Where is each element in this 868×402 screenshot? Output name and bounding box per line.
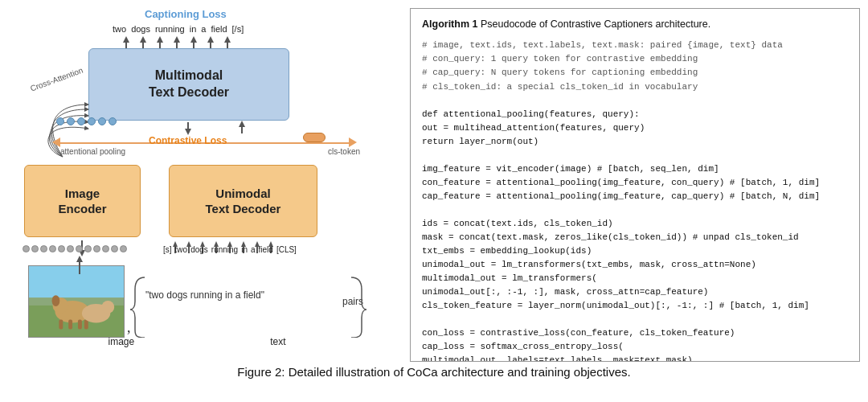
- grid-circle-8: [84, 245, 92, 252]
- up-arrow-img-to-circles: [76, 256, 83, 274]
- grid-circle-12: [120, 245, 127, 252]
- unimodal-decoder-label: UnimodalText Decoder: [206, 186, 281, 217]
- code-line-3: return layer_norm(out): [422, 135, 848, 149]
- pool-circle-4: [88, 117, 96, 125]
- token-two: two: [113, 24, 126, 34]
- code-line-15: cls_token_feature = layer_norm(unimodal_…: [422, 299, 848, 313]
- code-line-19: multimodal_out, labels=text.labels, mask…: [422, 354, 848, 362]
- grid-circle-7: [76, 245, 83, 252]
- token-a-b: a: [251, 245, 256, 254]
- algo-comment-1: # image, text.ids, text.labels, text.mas…: [422, 39, 848, 52]
- token-in-b: in: [241, 245, 248, 254]
- algorithm-code-blocks: def attentional_pooling(features, query)…: [422, 94, 848, 362]
- grid-circle-1: [23, 245, 30, 252]
- code-line-14: unimodal_out[:, :-1, :], mask, cross_att…: [422, 285, 848, 299]
- token-dogs-b: dogs: [190, 245, 208, 254]
- code-blank-3: [422, 203, 848, 217]
- vert-line-mm: [187, 122, 189, 129]
- svg-rect-8: [78, 320, 82, 330]
- grid-circle-4: [49, 245, 56, 252]
- figure-caption: Figure 2: Detailed illustration of CoCa …: [8, 365, 860, 379]
- grid-circle-3: [40, 245, 47, 252]
- cls-circle: [303, 133, 326, 142]
- up-tri-uni: [239, 121, 245, 127]
- grid-circle-11: [111, 245, 118, 252]
- algorithm-title: Algorithm 1 Pseudocode of Contrastive Ca…: [422, 17, 848, 32]
- pooling-circles: [56, 117, 117, 125]
- pool-circle-3: [77, 117, 85, 125]
- arrow-uni-up: [239, 121, 245, 133]
- image-encoder-box: ImageEncoder: [24, 165, 141, 237]
- code-line-2: out = multihead_attention(features, quer…: [422, 121, 848, 135]
- up-arrow-2: [140, 36, 146, 43]
- image-label: image: [108, 336, 134, 347]
- algo-comment-3: # cap_query: N query tokens for captioni…: [422, 66, 848, 80]
- algorithm-title-text: Pseudocode of Contrastive Captioners arc…: [481, 18, 710, 30]
- svg-point-11: [101, 301, 114, 314]
- pool-circle-5: [98, 117, 106, 125]
- code-blank-2: [422, 149, 848, 162]
- quote-text: "two dogs running in a field": [145, 289, 264, 301]
- attentional-pooling-label: attentional pooling: [60, 147, 125, 156]
- algo-comment-4: # cls_token_id: a special cls_token_id i…: [422, 80, 848, 94]
- code-line-18: cap_loss = softmax_cross_entropy_loss(: [422, 340, 848, 354]
- text-quote: "two dogs running in a field": [133, 289, 277, 301]
- unimodal-decoder-box: UnimodalText Decoder: [169, 165, 317, 237]
- token-dogs: dogs: [131, 24, 150, 34]
- code-line-7: cap_feature = attentional_pooling(img_fe…: [422, 190, 848, 203]
- code-line-5: img_feature = vit_encoder(image) # [batc…: [422, 162, 848, 176]
- up-tri-img: [76, 256, 83, 262]
- multimodal-decoder-label: MultimodalText Decoder: [149, 68, 229, 101]
- svg-rect-7: [68, 320, 72, 330]
- token-field-b: field: [259, 245, 273, 254]
- dog-image: [28, 265, 125, 338]
- code-line-10: mask = concat(text.mask, zeros_like(cls_…: [422, 231, 848, 244]
- vert-line-img: [79, 262, 80, 274]
- contrastive-arrow-right: [349, 137, 357, 147]
- code-blank-1: [422, 94, 848, 108]
- arrow-mm-down: [185, 122, 191, 135]
- pool-circle-2: [67, 117, 75, 125]
- code-blank-4: [422, 313, 848, 326]
- svg-point-5: [52, 295, 60, 306]
- code-line-11: txt_embs = embedding_lookup(ids): [422, 244, 848, 258]
- grid-circle-5: [58, 245, 65, 252]
- grid-circle-10: [102, 245, 109, 252]
- code-line-6: con_feature = attentional_pooling(img_fe…: [422, 176, 848, 190]
- svg-rect-9: [84, 320, 88, 330]
- token-s: [s]: [163, 245, 172, 254]
- code-line-17: con_loss = contrastive_loss(con_feature,…: [422, 326, 848, 340]
- captioning-loss-label: Captioning Loss: [145, 8, 227, 20]
- pool-circle-1: [56, 117, 64, 125]
- token-cls: [CLS]: [276, 245, 297, 254]
- down-tri-mm: [185, 129, 191, 135]
- code-line-12: unimodal_out = lm_transformers(txt_embs,…: [422, 258, 848, 272]
- main-container: Captioning Loss two dogs running in a fi…: [8, 8, 860, 362]
- code-line-1: def attentional_pooling(features, query)…: [422, 108, 848, 121]
- tokens-below-row: [s] two dogs running in a field [CLS]: [163, 245, 297, 254]
- curly-brace-svg: [129, 273, 153, 338]
- circles-grid: [23, 245, 127, 252]
- grid-circle-6: [67, 245, 74, 252]
- up-arrow-3: [157, 36, 163, 43]
- algorithm-section: Algorithm 1 Pseudocode of Contrastive Ca…: [410, 8, 860, 362]
- algo-comment-2: # con_query: 1 query token for contrasti…: [422, 52, 848, 66]
- algorithm-comments: # image, text.ids, text.labels, text.mas…: [422, 39, 848, 93]
- algorithm-number: Algorithm 1: [422, 18, 477, 30]
- token-field: field: [211, 24, 227, 34]
- token-running-b: running: [211, 245, 238, 254]
- up-arrow-5: [190, 36, 197, 43]
- up-arrow-7: [224, 36, 231, 43]
- dog-svg: [29, 265, 124, 338]
- diagram-inner: Captioning Loss two dogs running in a fi…: [8, 8, 402, 362]
- curly-brace-right-svg: [347, 273, 371, 338]
- token-eos: [/s]: [232, 24, 244, 34]
- cls-token-label: cls-token: [328, 147, 360, 156]
- token-two-b: two: [175, 245, 188, 254]
- comma-separator: ,: [127, 319, 131, 336]
- multimodal-decoder-box: MultimodalText Decoder: [88, 48, 289, 121]
- up-arrow-4: [174, 36, 180, 43]
- text-label: text: [270, 336, 285, 347]
- diagram-section: Captioning Loss two dogs running in a fi…: [8, 8, 402, 362]
- code-line-9: ids = concat(text.ids, cls_token_id): [422, 217, 848, 231]
